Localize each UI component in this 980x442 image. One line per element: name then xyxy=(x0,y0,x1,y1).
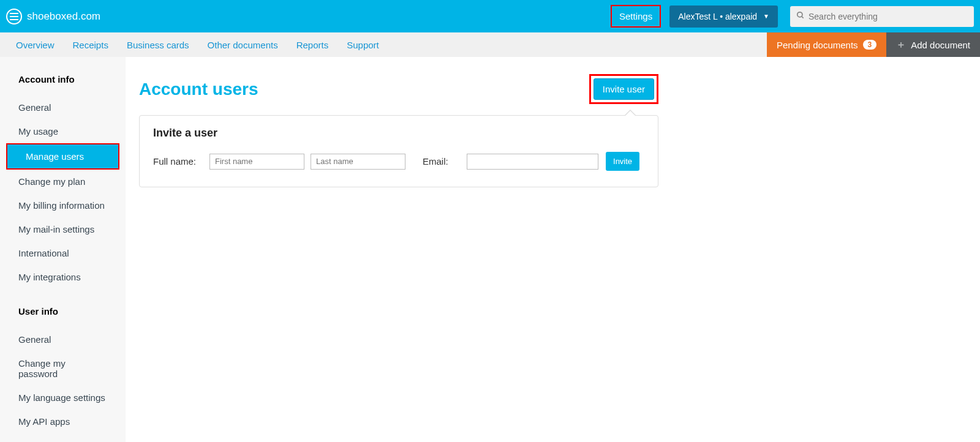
search-icon xyxy=(796,11,805,21)
page-title: Account users xyxy=(139,80,258,99)
user-menu-label: AlexTest L • alexpaid xyxy=(678,12,757,21)
sidebar-item-user-general[interactable]: General xyxy=(0,328,126,351)
pending-documents-button[interactable]: Pending documents 3 xyxy=(767,32,886,57)
sidebar-item-change-my-plan[interactable]: Change my plan xyxy=(0,170,126,193)
sidebar-item-api-apps[interactable]: My API apps xyxy=(0,410,126,433)
search-input[interactable] xyxy=(809,12,968,21)
nav-other-documents[interactable]: Other documents xyxy=(208,40,278,50)
sidebar-item-integrations[interactable]: My integrations xyxy=(0,265,126,289)
sidebar-item-general[interactable]: General xyxy=(0,96,126,119)
email-label: Email: xyxy=(423,156,448,167)
search-box[interactable] xyxy=(790,6,974,27)
svg-point-0 xyxy=(797,12,802,17)
settings-button[interactable]: Settings xyxy=(611,5,661,28)
sidebar-section-account-info: Account info xyxy=(0,74,126,96)
email-input[interactable] xyxy=(467,154,598,170)
nav-receipts[interactable]: Receipts xyxy=(73,40,108,50)
add-document-label: Add document xyxy=(911,40,970,50)
main-content: Account users Invite user Invite a user … xyxy=(126,57,658,442)
sidebar-item-change-password[interactable]: Change my password xyxy=(0,351,126,386)
nav-support[interactable]: Support xyxy=(347,40,379,50)
card-title: Invite a user xyxy=(153,127,644,140)
last-name-input[interactable] xyxy=(311,154,405,170)
invite-user-card: Invite a user Full name: Email: Invite xyxy=(139,115,658,187)
brand-text: shoeboxed.com xyxy=(27,10,100,23)
sidebar-item-mail-in-settings[interactable]: My mail-in settings xyxy=(0,217,126,241)
nav-overview[interactable]: Overview xyxy=(16,40,55,50)
logo-icon xyxy=(6,9,22,24)
sidebar-item-international[interactable]: International xyxy=(0,241,126,265)
pending-count-badge: 3 xyxy=(863,40,877,50)
invite-button[interactable]: Invite xyxy=(606,152,639,171)
invite-user-button[interactable]: Invite user xyxy=(594,78,654,100)
sidebar-item-billing-information[interactable]: My billing information xyxy=(0,193,126,217)
pending-label: Pending documents xyxy=(777,40,858,50)
sub-navigation: Overview Receipts Business cards Other d… xyxy=(0,32,980,57)
plus-icon: ＋ xyxy=(896,39,906,51)
full-name-label: Full name: xyxy=(153,156,196,167)
svg-line-1 xyxy=(802,17,804,18)
brand-logo[interactable]: shoeboxed.com xyxy=(6,9,100,24)
user-menu[interactable]: AlexTest L • alexpaid ▼ xyxy=(669,6,778,28)
sidebar-section-user-info: User info xyxy=(0,289,126,328)
nav-reports[interactable]: Reports xyxy=(296,40,329,50)
add-document-button[interactable]: ＋ Add document xyxy=(886,32,980,57)
sidebar-item-language-settings[interactable]: My language settings xyxy=(0,386,126,410)
top-header: shoeboxed.com Settings AlexTest L • alex… xyxy=(0,0,980,32)
settings-sidebar: Account info General My usage Manage use… xyxy=(0,57,126,442)
first-name-input[interactable] xyxy=(209,154,304,170)
chevron-down-icon: ▼ xyxy=(763,13,769,20)
invite-user-highlight: Invite user xyxy=(589,74,658,104)
nav-business-cards[interactable]: Business cards xyxy=(127,40,189,50)
sidebar-item-my-usage[interactable]: My usage xyxy=(0,119,126,143)
sidebar-item-manage-users[interactable]: Manage users xyxy=(6,143,119,170)
